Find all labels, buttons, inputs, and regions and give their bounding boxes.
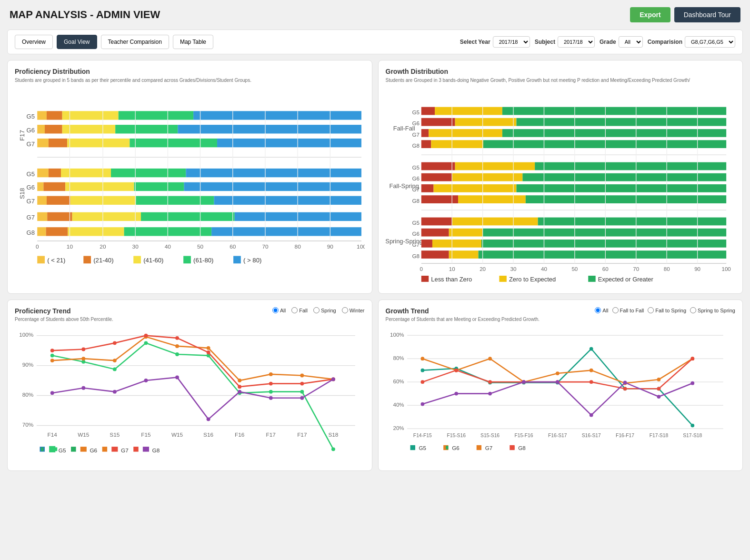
svg-point-272 bbox=[420, 380, 424, 384]
svg-text:30: 30 bbox=[510, 266, 516, 272]
svg-text:100: 100 bbox=[721, 266, 730, 272]
subject-select[interactable]: 2017/18 bbox=[558, 36, 595, 48]
tab-overview[interactable]: Overview bbox=[15, 35, 53, 49]
svg-text:80%: 80% bbox=[22, 391, 34, 398]
svg-point-282 bbox=[454, 392, 458, 396]
svg-rect-101 bbox=[435, 107, 502, 115]
svg-rect-75 bbox=[83, 256, 91, 264]
radio-growth-all[interactable]: All bbox=[595, 307, 608, 313]
svg-text:S16-S17: S16-S17 bbox=[581, 433, 600, 438]
year-select[interactable]: 2017/18 bbox=[493, 36, 530, 48]
svg-rect-109 bbox=[421, 140, 431, 148]
svg-rect-222 bbox=[51, 448, 57, 451]
tab-teacher-comparision[interactable]: Teacher Comparision bbox=[101, 35, 169, 49]
svg-rect-159 bbox=[499, 276, 506, 282]
proficiency-distribution-card: Proficiency Distribution Students are gr… bbox=[7, 60, 372, 294]
export-button[interactable]: Export bbox=[630, 7, 670, 22]
svg-rect-106 bbox=[421, 129, 428, 137]
svg-rect-113 bbox=[455, 162, 535, 170]
svg-text:G5: G5 bbox=[59, 447, 66, 454]
svg-point-208 bbox=[269, 382, 273, 386]
svg-text:G7: G7 bbox=[26, 140, 35, 148]
svg-text:40%: 40% bbox=[393, 402, 404, 408]
tab-map-table[interactable]: Map Table bbox=[173, 35, 213, 49]
grade-select[interactable]: All bbox=[619, 36, 643, 48]
svg-rect-126 bbox=[538, 218, 726, 226]
svg-rect-224 bbox=[80, 447, 87, 451]
svg-text:S18: S18 bbox=[328, 431, 338, 438]
proficiency-trend-chart: 100% 90% 80% 70% F14 W15 S15 F15 W15 S16… bbox=[15, 324, 365, 462]
svg-text:(61-80): (61-80) bbox=[193, 257, 213, 264]
svg-rect-49 bbox=[68, 227, 124, 236]
svg-point-287 bbox=[623, 381, 627, 385]
svg-rect-125 bbox=[452, 218, 538, 226]
svg-text:F14: F14 bbox=[48, 431, 58, 438]
svg-rect-41 bbox=[214, 196, 361, 205]
svg-rect-102 bbox=[502, 107, 726, 115]
svg-text:Expected or Greater: Expected or Greater bbox=[598, 276, 653, 283]
svg-point-283 bbox=[488, 392, 492, 396]
grade-label: Grade bbox=[600, 39, 616, 45]
svg-text:90: 90 bbox=[327, 243, 334, 250]
svg-point-192 bbox=[81, 357, 85, 361]
comparision-select[interactable]: G8,G7,G6,G5 bbox=[685, 36, 735, 48]
svg-point-270 bbox=[657, 378, 660, 381]
svg-text:G8: G8 bbox=[152, 447, 160, 454]
svg-rect-291 bbox=[412, 446, 415, 450]
svg-rect-226 bbox=[111, 447, 118, 451]
svg-point-288 bbox=[657, 395, 660, 399]
svg-rect-231 bbox=[41, 448, 43, 451]
radio-all[interactable]: All bbox=[272, 307, 286, 313]
svg-point-195 bbox=[175, 344, 179, 348]
tab-goal-view[interactable]: Goal View bbox=[57, 35, 97, 49]
svg-rect-13 bbox=[47, 111, 62, 120]
svg-point-214 bbox=[144, 379, 148, 382]
svg-rect-117 bbox=[522, 173, 726, 181]
radio-fall-to-fall[interactable]: Fall to Fall bbox=[612, 307, 644, 313]
svg-point-216 bbox=[207, 418, 210, 421]
svg-point-189 bbox=[300, 390, 304, 394]
svg-text:G6: G6 bbox=[26, 127, 35, 134]
radio-fall[interactable]: Fall bbox=[291, 307, 308, 313]
radio-spring[interactable]: Spring bbox=[313, 307, 336, 313]
svg-rect-79 bbox=[183, 256, 191, 264]
svg-text:S17-S18: S17-S18 bbox=[683, 433, 702, 438]
growth-dist-title: Growth Distribution bbox=[386, 68, 736, 75]
dashboard-tour-button[interactable]: Dashboard Tour bbox=[674, 7, 740, 22]
svg-text:50: 50 bbox=[571, 266, 578, 272]
radio-winter[interactable]: Winter bbox=[342, 307, 365, 313]
svg-text:10: 10 bbox=[449, 266, 455, 272]
svg-point-279 bbox=[657, 387, 660, 391]
proficiency-trend-subtitle: Percentage of Students above 50th Percen… bbox=[15, 317, 365, 322]
svg-rect-127 bbox=[421, 229, 449, 237]
svg-point-204 bbox=[144, 334, 148, 338]
svg-rect-18 bbox=[45, 125, 62, 133]
svg-point-277 bbox=[589, 380, 593, 384]
svg-text:G6: G6 bbox=[412, 231, 419, 237]
svg-rect-45 bbox=[141, 212, 235, 221]
svg-point-289 bbox=[690, 381, 694, 385]
svg-point-191 bbox=[50, 359, 54, 362]
svg-rect-133 bbox=[421, 250, 449, 259]
svg-rect-112 bbox=[421, 162, 455, 170]
svg-text:20: 20 bbox=[480, 266, 486, 272]
svg-text:100%: 100% bbox=[19, 332, 34, 339]
proficiency-trend-radio-group: All Fall Spring Winter bbox=[272, 307, 365, 313]
comparision-label: Comparision bbox=[648, 39, 682, 45]
svg-text:F17: F17 bbox=[297, 431, 307, 438]
svg-text:Zero to Expected: Zero to Expected bbox=[509, 276, 556, 283]
svg-rect-157 bbox=[421, 276, 428, 282]
svg-text:(41-60): (41-60) bbox=[143, 257, 163, 264]
svg-rect-123 bbox=[525, 195, 726, 203]
radio-fall-to-spring[interactable]: Fall to Spring bbox=[648, 307, 686, 313]
svg-rect-27 bbox=[37, 169, 49, 177]
svg-text:F17: F17 bbox=[266, 431, 276, 438]
radio-spring-to-spring[interactable]: Spring to Spring bbox=[690, 307, 735, 313]
svg-text:S15-S16: S15-S16 bbox=[480, 433, 500, 438]
svg-rect-34 bbox=[65, 182, 134, 191]
svg-rect-44 bbox=[72, 212, 141, 221]
svg-rect-42 bbox=[37, 212, 47, 221]
svg-text:40: 40 bbox=[541, 266, 547, 272]
svg-rect-124 bbox=[421, 218, 451, 226]
svg-point-199 bbox=[300, 374, 304, 378]
